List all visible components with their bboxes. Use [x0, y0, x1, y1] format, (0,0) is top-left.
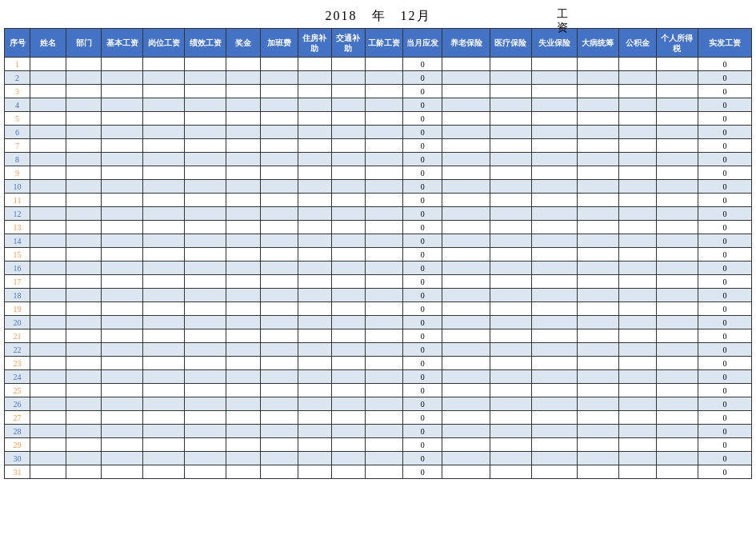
cell-medical — [490, 207, 531, 221]
cell-bonus — [226, 275, 260, 289]
cell-post — [143, 221, 185, 234]
cell-house — [298, 71, 331, 85]
cell-house — [298, 166, 331, 180]
cell-trans — [331, 329, 365, 343]
cell-name — [30, 438, 66, 452]
cell-tax — [656, 343, 698, 357]
cell-medical — [490, 166, 531, 180]
cell-fund — [618, 289, 656, 302]
col-header-unemp: 失业保险 — [531, 29, 577, 58]
cell-post — [143, 397, 185, 411]
cell-trans — [331, 425, 365, 438]
cell-payable: 0 — [402, 58, 442, 71]
cell-fund — [618, 139, 656, 153]
cell-ovt — [260, 357, 298, 370]
cell-house — [298, 85, 331, 98]
cell-ovt — [260, 370, 298, 384]
cell-medical — [490, 357, 531, 370]
cell-ovt — [260, 262, 298, 275]
cell-ovt — [260, 275, 298, 289]
cell-trans — [331, 153, 365, 166]
cell-critical — [577, 248, 618, 262]
cell-dept — [66, 180, 102, 194]
cell-house — [298, 98, 331, 112]
cell-pension — [442, 438, 490, 452]
cell-basic — [102, 452, 143, 465]
cell-payable: 0 — [402, 289, 442, 302]
table-row: 800 — [5, 153, 752, 166]
cell-seniority — [365, 112, 402, 126]
table-row: 2100 — [5, 329, 752, 343]
cell-actual: 0 — [698, 166, 751, 180]
cell-payable: 0 — [402, 85, 442, 98]
cell-unemp — [531, 153, 577, 166]
cell-ovt — [260, 248, 298, 262]
cell-unemp — [531, 207, 577, 221]
cell-post — [143, 126, 185, 139]
cell-critical — [577, 275, 618, 289]
cell-seq: 29 — [5, 438, 30, 452]
cell-unemp — [531, 329, 577, 343]
cell-medical — [490, 438, 531, 452]
col-header-post: 岗位工资 — [143, 29, 185, 58]
cell-unemp — [531, 465, 577, 479]
cell-medical — [490, 71, 531, 85]
cell-pension — [442, 465, 490, 479]
cell-trans — [331, 384, 365, 397]
cell-dept — [66, 438, 102, 452]
cell-bonus — [226, 302, 260, 316]
cell-seniority — [365, 452, 402, 465]
cell-pension — [442, 275, 490, 289]
cell-critical — [577, 452, 618, 465]
table-row: 2700 — [5, 411, 752, 425]
cell-tax — [656, 411, 698, 425]
cell-perf — [185, 58, 226, 71]
cell-post — [143, 411, 185, 425]
cell-seniority — [365, 425, 402, 438]
cell-name — [30, 85, 66, 98]
cell-ovt — [260, 58, 298, 71]
cell-name — [30, 180, 66, 194]
cell-bonus — [226, 357, 260, 370]
cell-critical — [577, 425, 618, 438]
table-row: 400 — [5, 98, 752, 112]
cell-bonus — [226, 180, 260, 194]
cell-seniority — [365, 329, 402, 343]
cell-tax — [656, 98, 698, 112]
cell-fund — [618, 153, 656, 166]
col-header-pension: 养老保险 — [442, 29, 490, 58]
cell-dept — [66, 411, 102, 425]
cell-house — [298, 452, 331, 465]
cell-seq: 12 — [5, 207, 30, 221]
cell-medical — [490, 370, 531, 384]
cell-seq: 19 — [5, 302, 30, 316]
cell-fund — [618, 302, 656, 316]
cell-basic — [102, 194, 143, 207]
cell-house — [298, 139, 331, 153]
cell-perf — [185, 98, 226, 112]
cell-actual: 0 — [698, 153, 751, 166]
cell-basic — [102, 58, 143, 71]
cell-post — [143, 425, 185, 438]
cell-fund — [618, 85, 656, 98]
cell-pension — [442, 370, 490, 384]
cell-name — [30, 126, 66, 139]
cell-seq: 2 — [5, 71, 30, 85]
cell-perf — [185, 411, 226, 425]
cell-name — [30, 139, 66, 153]
cell-seq: 3 — [5, 85, 30, 98]
cell-seniority — [365, 248, 402, 262]
cell-basic — [102, 85, 143, 98]
col-header-fund: 公积金 — [618, 29, 656, 58]
cell-medical — [490, 384, 531, 397]
cell-bonus — [226, 370, 260, 384]
cell-medical — [490, 425, 531, 438]
cell-trans — [331, 98, 365, 112]
cell-medical — [490, 465, 531, 479]
cell-fund — [618, 71, 656, 85]
table-row: 1000 — [5, 180, 752, 194]
cell-unemp — [531, 452, 577, 465]
cell-seq: 5 — [5, 112, 30, 126]
cell-seniority — [365, 343, 402, 357]
cell-perf — [185, 438, 226, 452]
